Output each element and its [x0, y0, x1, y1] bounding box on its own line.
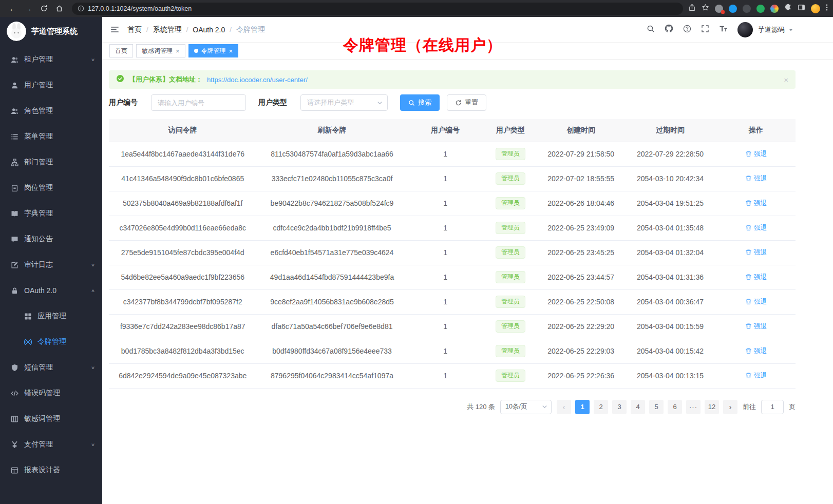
refresh-token-cell: 8796295f04064c2983414cc54af1097a [256, 363, 407, 388]
browser-back-icon[interactable]: ← [7, 3, 19, 15]
refresh-icon [455, 100, 462, 106]
user-id-input[interactable] [151, 94, 246, 111]
user-id-label: 用户编号 [109, 98, 138, 107]
access-token-cell: 6d842e2924594de9a09e45e087323abe [109, 363, 256, 388]
extension-icon[interactable] [770, 5, 779, 13]
expire-time-cell: 2054-03-04 19:51:25 [624, 191, 716, 216]
extension-icon[interactable] [715, 5, 723, 13]
force-logout-button[interactable]: 强退 [745, 223, 767, 232]
browser-home-icon[interactable] [53, 3, 65, 15]
sidebar-item[interactable]: 租户管理∨ [0, 47, 102, 72]
breadcrumb-item[interactable]: 首页 [127, 25, 142, 34]
column-header: 过期时间 [624, 119, 716, 142]
force-logout-button[interactable]: 强退 [745, 199, 767, 208]
page-button-5[interactable]: 5 [649, 400, 664, 414]
side-panel-icon[interactable] [798, 4, 805, 13]
select-placeholder: 请选择用户类型 [307, 98, 354, 107]
chevron-down-icon [377, 100, 383, 106]
column-header: 操作 [716, 119, 796, 142]
sidebar-item[interactable]: 敏感词管理 [0, 406, 102, 432]
table-row: 1ea5e44f8bc1467aaede43144f31de76811c5304… [109, 142, 796, 166]
tab-close-icon[interactable]: × [176, 48, 180, 54]
trash-icon [745, 249, 752, 256]
page-button-6[interactable]: 6 [668, 400, 682, 414]
fullscreen-icon[interactable] [701, 25, 709, 35]
site-info-icon[interactable] [78, 5, 84, 12]
sidebar-item[interactable]: 通知公告 [0, 226, 102, 252]
table-row: b0d1785bc3a8482f812db4a3f3bd15ecb0df4980… [109, 339, 796, 363]
breadcrumb-item[interactable]: 系统管理 [153, 25, 182, 34]
alert-close-icon[interactable]: × [784, 76, 788, 84]
sidebar-subitem[interactable]: 应用管理 [0, 303, 102, 329]
page-size-select[interactable]: 10条/页 [500, 400, 552, 414]
sidebar-item[interactable]: 用户管理 [0, 72, 102, 98]
sidebar-item[interactable]: 岗位管理 [0, 175, 102, 201]
bookmark-star-icon[interactable] [702, 4, 709, 13]
force-logout-button[interactable]: 强退 [745, 297, 767, 306]
extension-icon[interactable] [729, 5, 737, 13]
sidebar-item[interactable]: 菜单管理 [0, 124, 102, 149]
prev-page-button[interactable]: ‹ [557, 400, 571, 414]
page-button-2[interactable]: 2 [594, 400, 608, 414]
browser-address-bar[interactable]: 127.0.0.1:1024/system/oauth2/token [72, 3, 683, 15]
browser-profile-avatar[interactable] [811, 4, 820, 13]
sidebar-item[interactable]: 短信管理∨ [0, 355, 102, 380]
browser-extensions-area [688, 4, 828, 13]
force-logout-button[interactable]: 强退 [745, 346, 767, 356]
collapse-menu-icon[interactable] [110, 25, 119, 34]
broadcast-icon [24, 338, 32, 346]
sidebar-item[interactable]: 字典管理 [0, 201, 102, 226]
doc-link[interactable]: https://doc.iocoder.cn/user-center/ [207, 76, 308, 84]
sidebar-item[interactable]: 错误码管理 [0, 380, 102, 406]
goto-page-input[interactable] [761, 400, 784, 414]
people2-icon [10, 107, 18, 115]
page-button-1[interactable]: 1 [575, 400, 590, 414]
access-token-cell: 1ea5e44f8bc1467aaede43144f31de76 [109, 142, 256, 166]
font-size-icon[interactable] [719, 25, 728, 34]
extensions-puzzle-icon[interactable] [784, 4, 792, 13]
user-avatar[interactable] [737, 22, 753, 37]
force-logout-button[interactable]: 强退 [745, 149, 767, 159]
create-time-cell: 2022-06-25 23:44:57 [538, 265, 624, 289]
tab-close-icon[interactable]: × [229, 48, 233, 54]
more-pages-button[interactable]: ··· [686, 400, 701, 414]
breadcrumb-item[interactable]: OAuth 2.0 [193, 26, 225, 34]
access-token-cell: c347026e805e4d99b0d116eae66eda8c [109, 216, 256, 240]
create-time-cell: 2022-06-25 22:29:20 [538, 314, 624, 339]
force-logout-button[interactable]: 强退 [745, 322, 767, 331]
expire-time-cell: 2054-03-04 00:13:15 [624, 363, 716, 388]
tab-2[interactable]: 令牌管理× [188, 44, 239, 57]
share-icon[interactable] [688, 4, 696, 13]
page-button-3[interactable]: 3 [612, 400, 627, 414]
force-logout-button[interactable]: 强退 [745, 273, 767, 282]
sidebar-item[interactable]: 角色管理 [0, 98, 102, 124]
reset-button[interactable]: 重置 [447, 94, 486, 111]
chevron-down-icon[interactable] [788, 27, 793, 32]
search-button[interactable]: 搜索 [400, 94, 440, 111]
sidebar-item[interactable]: 审计日志∨ [0, 252, 102, 278]
force-logout-button[interactable]: 强退 [745, 248, 767, 257]
tab-1[interactable]: 敏感词管理× [136, 44, 185, 57]
browser-refresh-icon[interactable] [37, 3, 50, 15]
user-type-select[interactable]: 请选择用户类型 [300, 94, 388, 111]
extension-icon[interactable] [756, 5, 765, 13]
sidebar-subitem[interactable]: 令牌管理 [0, 329, 102, 355]
next-page-button[interactable]: › [723, 400, 737, 414]
browser-menu-icon[interactable] [826, 4, 828, 13]
browser-forward-icon[interactable]: → [22, 3, 34, 15]
page-button-12[interactable]: 12 [705, 400, 719, 414]
sidebar-item[interactable]: 部门管理 [0, 149, 102, 175]
help-icon[interactable] [683, 25, 691, 35]
page-button-4[interactable]: 4 [631, 400, 645, 414]
sidebar-item[interactable]: 支付管理∨ [0, 432, 102, 457]
extension-icon[interactable] [743, 5, 751, 13]
access-token-cell: 502375b8040a469a9b82188afdf6af1f [109, 191, 256, 216]
sidebar-item[interactable]: OAuth 2.0∧ [0, 278, 102, 303]
search-icon[interactable] [647, 25, 655, 35]
username[interactable]: 芋道源码 [758, 25, 785, 34]
sidebar-item[interactable]: 报表设计器 [0, 457, 102, 483]
force-logout-button[interactable]: 强退 [745, 371, 767, 380]
force-logout-button[interactable]: 强退 [745, 174, 767, 183]
tab-0[interactable]: 首页 [109, 44, 133, 57]
github-icon[interactable] [665, 24, 673, 35]
